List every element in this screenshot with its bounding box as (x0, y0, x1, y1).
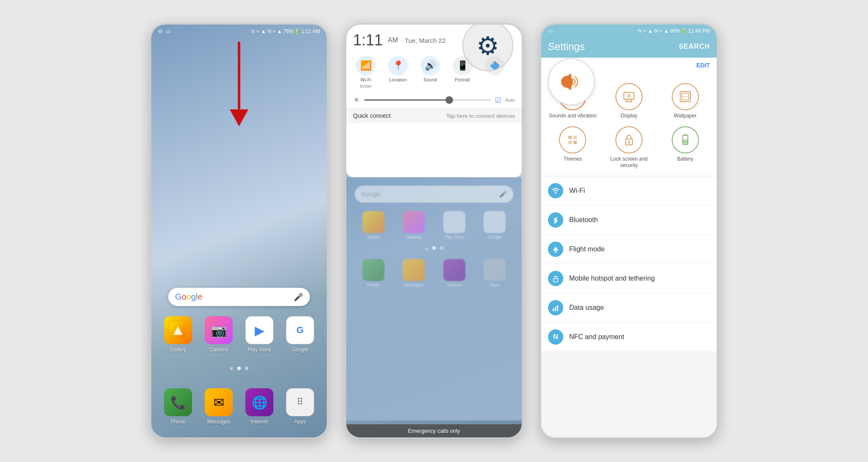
sound-vibration-circle[interactable] (548, 58, 595, 105)
app-gallery[interactable]: Gallery (160, 316, 196, 353)
nfc-list-label: NFC and payment (569, 333, 624, 341)
network-icon: ▲ (261, 28, 266, 34)
settings-list: Wi-Fi Bluetooth Flight mode (541, 176, 717, 437)
settings-flight-item[interactable]: Flight mode (541, 235, 717, 264)
brightness-fill (364, 99, 453, 101)
svg-rect-3 (624, 92, 634, 99)
app-playstore[interactable]: ▶ Play Store (241, 316, 278, 353)
settings-title-row: Settings SEARCH (541, 37, 717, 58)
battery-icon-circle (672, 126, 699, 153)
blurred-messages: Messages (395, 259, 433, 287)
settings-nfc-icon: N (638, 28, 642, 34)
google-logo: Google (175, 292, 203, 302)
blurred-camera: Camera (395, 211, 433, 239)
svg-rect-19 (684, 134, 687, 136)
arrow-head (230, 109, 248, 126)
brightness-thumb[interactable] (445, 96, 453, 104)
app-camera[interactable]: 📷 Camera (200, 316, 237, 353)
internet-icon: 🌐 (245, 388, 273, 416)
internet-label: Internet (251, 419, 268, 425)
playstore-label: Play Store (248, 347, 271, 353)
hotspot-list-label: Mobile hotspot and tethering (569, 275, 655, 282)
sound-icon (559, 69, 584, 95)
data-list-icon (548, 300, 563, 315)
emergency-calls-bar: Emergency calls only (346, 424, 522, 437)
settings-status-right: N ≈ ▲ N ≈ ▲ 90%🔋 11:46 PM (638, 28, 710, 34)
quick-connect-label: Quick connect (353, 112, 391, 119)
emergency-calls-text: Emergency calls only (408, 428, 460, 434)
settings-rect-icon: ▭ (548, 28, 553, 34)
settings-lockscreen-item[interactable]: Lock screen and security (604, 126, 654, 169)
settings-signal-icon: ≈ (643, 28, 646, 34)
arrow-shaft (238, 42, 240, 109)
settings-edit-button[interactable]: EDIT (696, 62, 710, 69)
themes-label: Themes (564, 156, 582, 163)
svg-rect-27 (555, 307, 556, 311)
mic-icon[interactable]: 🎤 (294, 292, 303, 302)
settings-battery-item[interactable]: Battery (660, 126, 710, 169)
dock-apps: 📞 Phone ✉ Messages 🌐 Internet (151, 388, 327, 425)
settings-wifi-item[interactable]: Wi-Fi (541, 176, 717, 206)
settings-themes-item[interactable]: Themes (548, 126, 598, 169)
apps-icon: ⠿ (286, 388, 314, 416)
quick-connect-bar[interactable]: Quick connect Tap here to connect device… (346, 108, 522, 123)
svg-rect-26 (553, 309, 554, 311)
phone1-status-bar: ⊖ ▭ N ≈ ▲ N ≈ ▲ 76%🔋 1:11 AM (151, 25, 327, 38)
notif-time: 1:11 (353, 31, 383, 49)
notif-date: Tue, March 22 (405, 37, 445, 44)
blurred-google: Google (476, 211, 514, 239)
status-bar-left-icons: ⊖ ▭ (158, 28, 170, 34)
svg-rect-14 (573, 141, 577, 144)
phone3-frame: ▭ N ≈ ▲ N ≈ ▲ 90%🔋 11:46 PM Settings SEA… (540, 23, 718, 439)
app-phone[interactable]: 📞 Phone (160, 388, 196, 425)
app-internet[interactable]: 🌐 Internet (241, 388, 278, 425)
svg-rect-12 (573, 136, 577, 139)
sound-toggle-icon: 🔊 (420, 56, 440, 75)
wifi-sublabel: timber (360, 84, 372, 89)
flight-list-icon (548, 242, 563, 257)
battery-label: Battery (677, 156, 693, 163)
settings-wallpaper-item[interactable]: Wallpaper (660, 83, 710, 120)
settings-data-item[interactable]: Data usage (541, 293, 717, 323)
google-search-bar[interactable]: Google 🎤 (168, 288, 310, 306)
settings-battery-text: N ≈ ▲ 90%🔋 11:46 PM (654, 28, 710, 34)
location-toggle-icon: 📍 (388, 56, 408, 75)
camera-icon: 📷 (205, 316, 233, 344)
svg-rect-13 (568, 141, 572, 144)
svg-point-16 (628, 141, 630, 142)
auto-label: Auto (505, 97, 515, 103)
blurred-gallery: Gallery (355, 211, 392, 239)
phone2-frame: ⚙ 1:11 AM Tue, March 22 📶 Wi-Fi timber (345, 23, 523, 439)
settings-hotspot-item[interactable]: Mobile hotspot and tethering (541, 264, 717, 293)
svg-rect-20 (683, 139, 687, 144)
settings-bluetooth-item[interactable]: Bluetooth (541, 206, 717, 235)
brightness-row: ☀ ☑ Auto (346, 92, 522, 108)
app-apps[interactable]: ⠿ Apps (282, 388, 318, 425)
data-list-label: Data usage (569, 304, 604, 312)
phone2-background: ⚙ 1:11 AM Tue, March 22 📶 Wi-Fi timber (346, 25, 522, 437)
swipe-down-arrow (230, 42, 248, 126)
minus-circle-icon: ⊖ (158, 28, 163, 34)
phone1-background: ⊖ ▭ N ≈ ▲ N ≈ ▲ 76%🔋 1:11 AM Google (151, 25, 327, 437)
messages-label: Messages (207, 419, 231, 425)
toggle-location[interactable]: 📍 Location (385, 56, 411, 89)
blurred-internet: Internet (436, 259, 473, 287)
camera-label: Camera (210, 347, 228, 353)
battery-percent: N ≈ ▲ 76%🔋 1:11 AM (267, 28, 320, 34)
brightness-slider[interactable] (364, 99, 491, 101)
settings-nfc-item[interactable]: N NFC and payment (541, 323, 717, 352)
settings-display-item[interactable]: Display (604, 83, 654, 120)
hamburger-icon: ≡ (230, 365, 233, 372)
app-messages[interactable]: ✉ Messages (200, 388, 237, 425)
app-google[interactable]: G Google (282, 316, 318, 353)
lock-icon-circle (615, 126, 643, 153)
playstore-icon: ▶ (245, 316, 273, 344)
phone3-background: ▭ N ≈ ▲ N ≈ ▲ 90%🔋 11:46 PM Settings SEA… (541, 25, 717, 437)
settings-search-button[interactable]: SEARCH (679, 43, 710, 50)
themes-icon-circle (559, 126, 586, 153)
gallery-label: Gallery (170, 347, 186, 353)
blurred-dots: ≡ (355, 246, 513, 252)
auto-checkbox[interactable]: ☑ (495, 96, 501, 104)
toggle-sound[interactable]: 🔊 Sound (417, 56, 443, 89)
toggle-wifi[interactable]: 📶 Wi-Fi timber (353, 56, 378, 89)
